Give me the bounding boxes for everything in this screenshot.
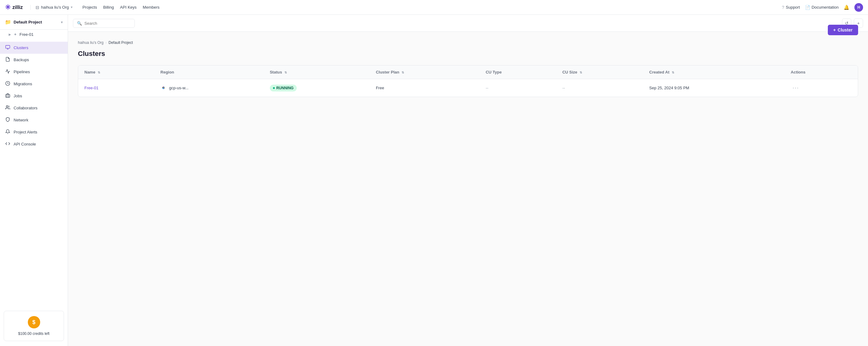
breadcrumb-separator: › <box>105 40 106 45</box>
cell-actions: ··· <box>784 79 858 97</box>
sidebar-item-pipelines[interactable]: Pipelines <box>0 66 68 78</box>
notifications-button[interactable]: 🔔 <box>844 5 849 10</box>
project-selector[interactable]: 📁 Default Project ▾ <box>0 15 68 30</box>
migrations-icon <box>5 81 10 87</box>
org-chevron-icon: ▾ <box>71 5 73 9</box>
docs-link[interactable]: 📄 Documentation <box>805 5 839 10</box>
nav-members[interactable]: Members <box>143 5 159 9</box>
tree-free01[interactable]: ▶ ✦ Free-01 <box>5 30 68 39</box>
support-link[interactable]: ? Support <box>782 5 800 10</box>
sidebar-item-jobs[interactable]: Jobs <box>0 90 68 102</box>
jobs-label: Jobs <box>13 94 22 98</box>
project-name: Default Project <box>13 20 58 24</box>
sidebar-item-collaborators[interactable]: Collaborators <box>0 102 68 114</box>
cell-status: RUNNING <box>264 79 370 97</box>
clusters-label: Clusters <box>13 45 28 50</box>
region-text: gcp-us-w... <box>169 86 189 90</box>
table-row: Free-01 gcp-u <box>78 79 858 97</box>
page-title: Clusters <box>78 50 858 58</box>
main-panel: 🔍 ↺ + haihua liu's Org › Default Project… <box>68 15 868 346</box>
gcp-logo <box>160 85 166 91</box>
th-cu-type[interactable]: CU Type <box>479 65 556 79</box>
sidebar-item-api-console[interactable]: API Console <box>0 138 68 150</box>
clusters-table: Name ⇅ Region Status ⇅ Cluster <box>78 65 858 97</box>
nav-api-keys[interactable]: API Keys <box>120 5 136 9</box>
sort-name-icon: ⇅ <box>98 71 100 74</box>
svg-point-5 <box>6 106 8 107</box>
credits-panel: $ $100.00 credits left <box>4 311 64 341</box>
bell-icon: 🔔 <box>844 5 849 10</box>
backups-icon <box>5 57 10 63</box>
th-name[interactable]: Name ⇅ <box>78 65 154 79</box>
th-created-at[interactable]: Created At ⇅ <box>643 65 784 79</box>
more-actions-button[interactable]: ··· <box>791 84 801 92</box>
collaborators-icon <box>5 105 10 111</box>
search-input[interactable] <box>84 21 131 26</box>
sidebar-item-migrations[interactable]: Migrations <box>0 78 68 90</box>
sidebar-item-project-alerts[interactable]: Project Alerts <box>0 126 68 138</box>
table-body: Free-01 gcp-u <box>78 79 858 97</box>
search-icon: 🔍 <box>77 21 82 26</box>
breadcrumb-project: Default Project <box>108 40 133 45</box>
th-cluster-plan[interactable]: Cluster Plan ⇅ <box>370 65 479 79</box>
search-box[interactable]: 🔍 <box>73 19 135 28</box>
nav-billing[interactable]: Billing <box>103 5 114 9</box>
logo[interactable]: ✳ zilliz <box>5 3 23 11</box>
sort-size-icon: ⇅ <box>580 71 582 74</box>
clusters-icon <box>5 45 10 51</box>
svg-rect-0 <box>6 45 9 48</box>
top-nav: ✳ zilliz ⊟ haihua liu's Org ▾ Projects B… <box>0 0 868 15</box>
sidebar-nav: Clusters Backups Pipelines Migrations <box>0 39 68 311</box>
status-badge: RUNNING <box>270 85 297 91</box>
nav-projects[interactable]: Projects <box>83 5 97 9</box>
api-console-label: API Console <box>13 142 36 147</box>
pipelines-icon <box>5 69 10 75</box>
pipelines-label: Pipelines <box>13 69 30 74</box>
org-selector[interactable]: ⊟ haihua liu's Org ▾ <box>30 5 73 10</box>
status-text: RUNNING <box>276 86 294 90</box>
table-header: Name ⇅ Region Status ⇅ Cluster <box>78 65 858 79</box>
breadcrumb: haihua liu's Org › Default Project <box>78 40 858 45</box>
th-status[interactable]: Status ⇅ <box>264 65 370 79</box>
panel-header: 🔍 ↺ + <box>68 15 868 32</box>
sort-created-icon: ⇅ <box>672 71 674 74</box>
cell-cu-type: -- <box>479 79 556 97</box>
sidebar-item-backups[interactable]: Backups <box>0 54 68 66</box>
org-name: haihua liu's Org <box>41 5 69 9</box>
nav-links: Projects Billing API Keys Members <box>83 5 159 9</box>
th-region[interactable]: Region <box>154 65 264 79</box>
cell-region: gcp-us-w... <box>154 79 264 97</box>
plus-icon: + <box>833 32 836 32</box>
logo-icon: ✳ <box>5 3 10 11</box>
cluster-icon: ✦ <box>13 32 17 37</box>
backups-label: Backups <box>13 58 29 62</box>
credits-coin-icon: $ <box>28 316 40 328</box>
avatar[interactable]: H <box>855 3 863 12</box>
content: haihua liu's Org › Default Project Clust… <box>68 32 868 346</box>
sidebar-tree: ▶ ✦ Free-01 <box>0 30 68 39</box>
cluster-link-free01[interactable]: Free-01 <box>84 86 99 90</box>
migrations-label: Migrations <box>13 82 32 86</box>
api-console-icon <box>5 141 10 147</box>
breadcrumb-org[interactable]: haihua liu's Org <box>78 40 103 45</box>
network-label: Network <box>13 118 28 122</box>
jobs-icon <box>5 93 10 99</box>
collaborators-label: Collaborators <box>13 106 37 110</box>
tree-item-label: Free-01 <box>20 32 34 37</box>
sidebar: 📁 Default Project ▾ ▶ ✦ Free-01 Clusters <box>0 15 68 346</box>
sidebar-item-network[interactable]: Network <box>0 114 68 126</box>
nav-right: ? Support 📄 Documentation 🔔 H <box>782 3 863 12</box>
credits-label: $100.00 credits left <box>9 332 59 336</box>
th-cu-size[interactable]: CU Size ⇅ <box>556 65 643 79</box>
create-cluster-button[interactable]: + Cluster <box>828 32 858 35</box>
cell-cu-size: -- <box>556 79 643 97</box>
cell-created-at: Sep 25, 2024 9:05 PM <box>643 79 784 97</box>
status-dot <box>273 87 275 89</box>
project-alerts-label: Project Alerts <box>13 130 37 134</box>
question-icon: ? <box>782 5 784 10</box>
sidebar-item-clusters[interactable]: Clusters <box>0 42 68 54</box>
support-label: Support <box>786 5 800 9</box>
svg-rect-4 <box>6 95 9 97</box>
alerts-icon <box>5 129 10 135</box>
cell-name: Free-01 <box>78 79 154 97</box>
